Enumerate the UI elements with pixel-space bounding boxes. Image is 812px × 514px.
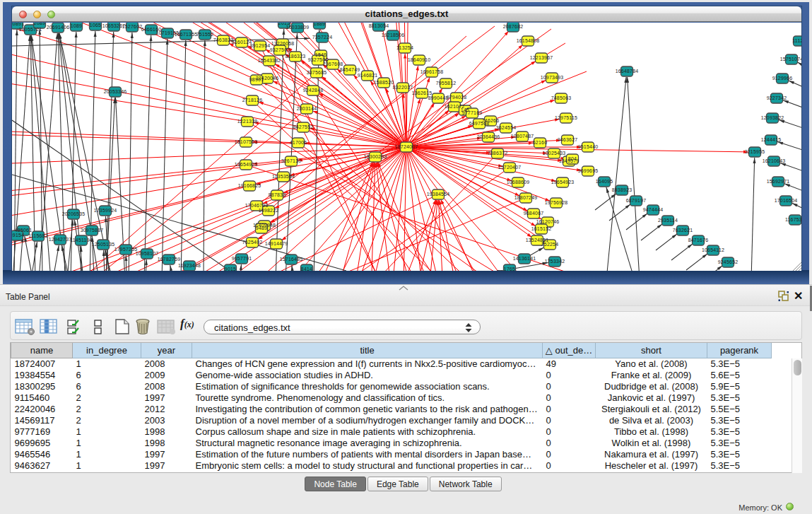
svg-text:14914479: 14914479 xyxy=(265,241,288,246)
svg-text:16671355: 16671355 xyxy=(175,32,198,37)
svg-text:8912954: 8912954 xyxy=(250,43,271,48)
svg-text:9245652: 9245652 xyxy=(718,259,739,264)
svg-text:2087682: 2087682 xyxy=(503,24,524,29)
svg-text:16154808: 16154808 xyxy=(517,38,540,43)
svg-text:20053346: 20053346 xyxy=(104,89,127,94)
svg-text:7357224: 7357224 xyxy=(312,35,333,40)
svg-text:30975887: 30975887 xyxy=(81,228,104,233)
svg-text:15692971: 15692971 xyxy=(767,179,790,184)
svg-text:1089: 1089 xyxy=(71,23,82,28)
svg-text:2718126: 2718126 xyxy=(242,98,263,103)
svg-text:16782759: 16782759 xyxy=(158,257,181,262)
svg-text:19756928: 19756928 xyxy=(545,200,568,205)
svg-text:9242848: 9242848 xyxy=(303,88,324,93)
svg-text:7485063: 7485063 xyxy=(551,95,572,100)
svg-text:804: 804 xyxy=(568,156,577,161)
svg-text:10958107: 10958107 xyxy=(136,251,159,256)
svg-text:1498222: 1498222 xyxy=(259,208,279,213)
svg-text:11353594: 11353594 xyxy=(272,174,295,179)
svg-text:20691406: 20691406 xyxy=(47,25,70,30)
svg-text:417006: 417006 xyxy=(290,140,307,145)
svg-text:1115682: 1115682 xyxy=(28,233,48,238)
svg-text:12213967: 12213967 xyxy=(530,55,553,60)
svg-text:8186323: 8186323 xyxy=(286,54,306,59)
svg-text:17359924: 17359924 xyxy=(94,208,117,213)
svg-text:9657791: 9657791 xyxy=(232,256,252,261)
svg-text:6497568: 6497568 xyxy=(469,121,490,126)
svg-text:98901: 98901 xyxy=(249,77,264,82)
svg-text:6879197: 6879197 xyxy=(626,198,647,203)
svg-text:7625402: 7625402 xyxy=(242,240,263,245)
svg-text:19218506: 19218506 xyxy=(382,33,405,37)
svg-text:19384554: 19384554 xyxy=(427,192,450,197)
svg-text:1588520: 1588520 xyxy=(374,80,394,85)
svg-text:12942737: 12942737 xyxy=(49,237,72,242)
svg-text:13226058: 13226058 xyxy=(271,41,295,46)
svg-text:8813054: 8813054 xyxy=(369,23,389,28)
svg-text:3267130: 3267130 xyxy=(281,158,302,163)
svg-text:7632621: 7632621 xyxy=(673,228,693,233)
svg-text:1527602: 1527602 xyxy=(122,24,143,29)
svg-text:16033809: 16033809 xyxy=(286,25,310,30)
svg-text:3624554: 3624554 xyxy=(496,125,517,130)
svg-text:20891: 20891 xyxy=(12,23,24,26)
svg-text:2803144: 2803144 xyxy=(297,106,317,111)
svg-text:18807249: 18807249 xyxy=(514,195,538,200)
svg-text:113254: 113254 xyxy=(396,45,413,50)
svg-text:1753342: 1753342 xyxy=(545,259,565,264)
svg-text:1889: 1889 xyxy=(314,23,325,26)
svg-text:10025433: 10025433 xyxy=(543,151,566,156)
svg-text:9327503: 9327503 xyxy=(270,47,290,52)
svg-text:15716485: 15716485 xyxy=(280,257,303,262)
svg-text:8414: 8414 xyxy=(301,267,312,271)
svg-text:15720407: 15720407 xyxy=(498,165,522,170)
svg-text:8160124: 8160124 xyxy=(232,40,252,45)
svg-text:17957255: 17957255 xyxy=(114,247,138,252)
svg-text:1362615: 1362615 xyxy=(412,90,433,95)
svg-text:17046793: 17046793 xyxy=(245,203,269,208)
svg-text:10973493: 10973493 xyxy=(541,75,564,80)
svg-text:62160: 62160 xyxy=(533,140,547,145)
svg-text:7463822: 7463822 xyxy=(213,37,234,42)
svg-text:1615152: 1615152 xyxy=(531,226,552,231)
svg-text:17016504: 17016504 xyxy=(775,198,798,203)
svg-text:8938923: 8938923 xyxy=(612,187,632,192)
svg-text:9794028: 9794028 xyxy=(447,95,467,100)
svg-text:9515440: 9515440 xyxy=(578,144,599,149)
svg-text:39154: 39154 xyxy=(12,233,24,238)
svg-text:2089: 2089 xyxy=(34,23,45,25)
svg-text:14136141: 14136141 xyxy=(513,256,536,261)
svg-text:9129966: 9129966 xyxy=(772,76,793,81)
svg-text:3215955: 3215955 xyxy=(745,149,765,154)
svg-text:9463627: 9463627 xyxy=(558,137,578,142)
svg-text:9015: 9015 xyxy=(225,267,236,271)
svg-text:16120746: 16120746 xyxy=(536,219,560,224)
svg-text:16961758: 16961758 xyxy=(420,69,444,74)
svg-text:9227342: 9227342 xyxy=(767,95,787,100)
svg-text:8454749: 8454749 xyxy=(340,67,360,72)
svg-text:16210643: 16210643 xyxy=(763,158,786,163)
svg-text:1221338: 1221338 xyxy=(237,119,258,124)
svg-text:18640910: 18640910 xyxy=(408,57,431,62)
svg-text:19654925: 19654925 xyxy=(235,162,258,167)
svg-text:18724007: 18724007 xyxy=(395,144,418,149)
svg-text:19654923: 19654923 xyxy=(551,180,575,185)
svg-text:9699695: 9699695 xyxy=(578,168,599,173)
svg-text:12093822: 12093822 xyxy=(761,115,784,120)
svg-text:751552: 751552 xyxy=(196,32,214,37)
svg-text:9684067: 9684067 xyxy=(524,211,544,216)
svg-text:2367608: 2367608 xyxy=(323,62,343,66)
svg-text:9777169: 9777169 xyxy=(462,110,483,115)
svg-text:7955812: 7955812 xyxy=(436,81,457,86)
svg-text:252254: 252254 xyxy=(541,242,559,247)
svg-text:12975115: 12975115 xyxy=(555,115,577,120)
svg-text:20364436: 20364436 xyxy=(477,134,500,139)
svg-text:8427552: 8427552 xyxy=(293,124,314,129)
svg-text:15751074: 15751074 xyxy=(780,57,801,62)
svg-text:11923448: 11923448 xyxy=(178,263,201,268)
svg-text:9489: 9489 xyxy=(256,226,267,230)
svg-text:20206535: 20206535 xyxy=(62,211,86,216)
svg-text:1546: 1546 xyxy=(315,52,326,57)
svg-text:16648784: 16648784 xyxy=(616,69,639,74)
svg-text:8471676: 8471676 xyxy=(688,238,709,243)
